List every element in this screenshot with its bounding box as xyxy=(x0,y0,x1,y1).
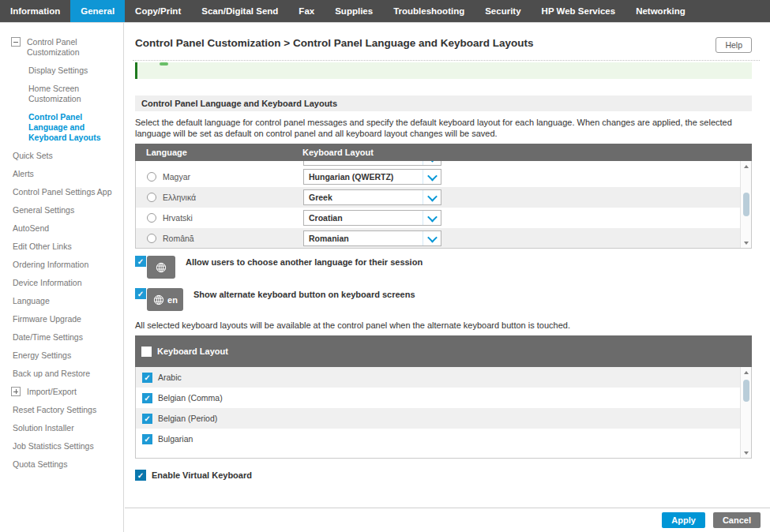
keyboard-layout-dropdown[interactable]: Croatian xyxy=(303,210,441,226)
layout-checkbox[interactable] xyxy=(142,414,152,424)
tab-networking[interactable]: Networking xyxy=(625,0,696,22)
sidebar-item-firmware-upgrade[interactable]: Firmware Upgrade xyxy=(0,314,123,324)
sidebar-item-quick-sets[interactable]: Quick Sets xyxy=(0,151,123,161)
language-name: Hrvatski xyxy=(163,213,193,223)
language-table: Language Keyboard Layout Magyar xyxy=(135,144,752,249)
sidebar-item-general-settings[interactable]: General Settings xyxy=(0,205,123,215)
sidebar-item-import-export[interactable]: Import/Export xyxy=(0,387,123,397)
sidebar-item-label: Import/Export xyxy=(27,387,77,397)
sidebar-item-job-statistics-settings[interactable]: Job Statistics Settings xyxy=(0,441,123,451)
sidebar-item-display-settings[interactable]: Display Settings xyxy=(0,66,123,76)
sidebar-item-language[interactable]: Language xyxy=(0,296,123,306)
sidebar-item-date-time-settings[interactable]: Date/Time Settings xyxy=(0,332,123,343)
dropdown-value: Greek xyxy=(304,193,423,202)
chevron-down-icon xyxy=(423,231,441,245)
layout-name: Belgian (Period) xyxy=(158,414,217,423)
scroll-up-arrow[interactable] xyxy=(741,368,751,377)
sidebar-item-autosend[interactable]: AutoSend xyxy=(0,223,123,234)
scrollbar-thumb[interactable] xyxy=(743,193,749,216)
sidebar-item-edit-other-links[interactable]: Edit Other Links xyxy=(0,242,123,252)
vertical-scrollbar[interactable] xyxy=(740,367,751,458)
keyboard-layout-dropdown[interactable]: Hungarian (QWERTZ) xyxy=(303,169,441,185)
sidebar-item-control-panel-language[interactable]: Control Panel Language and Keyboard Layo… xyxy=(0,112,123,143)
sidebar-item-control-panel-customization[interactable]: Control Panel Customization xyxy=(0,37,123,58)
tab-general[interactable]: General xyxy=(70,0,125,22)
language-name: Magyar xyxy=(163,172,190,182)
language-name: Ελληνικά xyxy=(163,193,196,202)
table-row: Magyar Hungarian (QWERTZ) xyxy=(136,167,751,187)
enable-virtual-keyboard-label: Enable Virtual Keyboard xyxy=(152,470,252,480)
success-notice-partial xyxy=(135,62,752,79)
dropdown-value: Croatian xyxy=(304,213,423,223)
vertical-scrollbar[interactable] xyxy=(740,161,751,248)
table-row: Română Romanian xyxy=(136,228,751,249)
en-badge: en xyxy=(167,295,178,305)
ews-page: Information General Copy/Print Scan/Digi… xyxy=(0,0,770,532)
select-all-checkbox[interactable] xyxy=(141,347,152,357)
allow-language-checkbox[interactable] xyxy=(135,256,146,267)
expand-icon[interactable] xyxy=(11,387,21,396)
cancel-button[interactable]: Cancel xyxy=(713,512,761,528)
scroll-down-arrow[interactable] xyxy=(741,238,751,247)
sidebar-item-alerts[interactable]: Alerts xyxy=(0,169,123,179)
table-row-partial xyxy=(136,161,751,167)
alternate-keyboard-checkbox[interactable] xyxy=(135,288,146,299)
collapse-icon[interactable] xyxy=(11,37,21,47)
scroll-down-arrow[interactable] xyxy=(741,448,751,457)
sidebar-item-energy-settings[interactable]: Energy Settings xyxy=(0,350,123,361)
sidebar-item-reset-factory-settings[interactable]: Reset Factory Settings xyxy=(0,405,123,415)
divider xyxy=(133,60,760,61)
scroll-up-arrow[interactable] xyxy=(741,162,751,170)
keyboard-layout-dropdown[interactable] xyxy=(303,161,441,166)
table-row: Belgian (Period) xyxy=(136,408,751,429)
sidebar-item-control-panel-settings-app[interactable]: Control Panel Settings App xyxy=(0,187,123,197)
keyboard-layout-table: Keyboard Layout Arabic Belgian (Comma) B… xyxy=(135,335,752,459)
main-content: Control Panel Customization > Control Pa… xyxy=(124,23,770,532)
language-radio[interactable] xyxy=(147,234,156,243)
tab-supplies[interactable]: Supplies xyxy=(325,0,383,22)
tab-scan-digital-send[interactable]: Scan/Digital Send xyxy=(191,0,288,22)
language-radio[interactable] xyxy=(147,213,156,223)
sidebar-item-quota-settings[interactable]: Quota Settings xyxy=(0,459,123,470)
enable-virtual-keyboard-checkbox[interactable] xyxy=(135,470,146,481)
help-button[interactable]: Help xyxy=(716,37,752,53)
keyboard-layout-dropdown[interactable]: Romanian xyxy=(303,230,441,246)
scrollbar-thumb[interactable] xyxy=(743,380,749,402)
tab-fax[interactable]: Fax xyxy=(288,0,325,22)
tab-hp-web-services[interactable]: HP Web Services xyxy=(531,0,626,22)
sidebar-item-home-screen-customization[interactable]: Home Screen Customization xyxy=(0,84,123,104)
layout-name: Arabic xyxy=(158,373,182,382)
layout-name: Belgian (Comma) xyxy=(158,393,223,403)
tab-information[interactable]: Information xyxy=(0,0,70,22)
chevron-down-icon xyxy=(423,161,441,165)
layout-name: Bulgarian xyxy=(158,434,193,444)
table-row: Ελληνικά Greek xyxy=(136,187,751,208)
layout-checkbox[interactable] xyxy=(142,434,152,444)
keyboard-layout-dropdown[interactable]: Greek xyxy=(303,189,441,205)
language-radio[interactable] xyxy=(147,193,156,202)
keyboard-layout-table-body: Arabic Belgian (Comma) Belgian (Period) … xyxy=(135,367,752,459)
table-row: Hrvatski Croatian xyxy=(136,208,751,228)
column-header-language: Language xyxy=(135,148,302,157)
tab-security[interactable]: Security xyxy=(475,0,531,22)
layout-checkbox[interactable] xyxy=(142,373,152,383)
apply-button[interactable]: Apply xyxy=(662,512,705,528)
language-radio[interactable] xyxy=(147,172,156,182)
sidebar-item-solution-installer[interactable]: Solution Installer xyxy=(0,423,123,433)
table-row: Belgian (Comma) xyxy=(136,388,751,408)
sidebar-item-back-up-and-restore[interactable]: Back up and Restore xyxy=(0,369,123,379)
column-header-keyboard-layout: Keyboard Layout xyxy=(302,148,374,157)
globe-icon xyxy=(147,256,175,279)
tab-troubleshooting[interactable]: Troubleshooting xyxy=(383,0,475,22)
layout-checkbox[interactable] xyxy=(142,393,152,403)
sidebar-item-ordering-information[interactable]: Ordering Information xyxy=(0,260,123,270)
keyboard-note: All selected keyboard layouts will be av… xyxy=(135,320,752,330)
tab-copy-print[interactable]: Copy/Print xyxy=(125,0,191,22)
section-description: Select the default language for control … xyxy=(135,117,752,139)
keyboard-layout-table-header: Keyboard Layout xyxy=(135,335,752,367)
dropdown-value: Romanian xyxy=(304,234,423,243)
language-table-body: Magyar Hungarian (QWERTZ) Ελληνικά Greek xyxy=(135,161,752,249)
option-label: Allow users to choose another language f… xyxy=(186,257,423,267)
sidebar-item-device-information[interactable]: Device Information xyxy=(0,278,123,288)
language-table-header: Language Keyboard Layout xyxy=(135,144,752,161)
